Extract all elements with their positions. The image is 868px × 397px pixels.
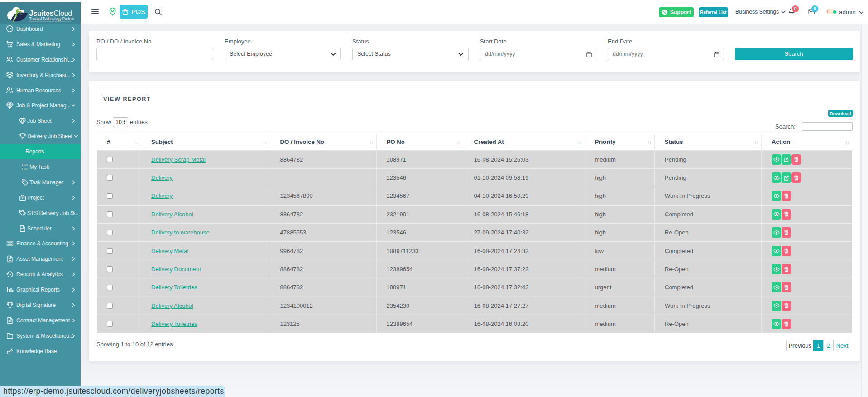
svg-text:JsuitesCloud: JsuitesCloud — [29, 10, 72, 17]
svg-text:Trusted Technology Partner: Trusted Technology Partner — [29, 17, 75, 21]
